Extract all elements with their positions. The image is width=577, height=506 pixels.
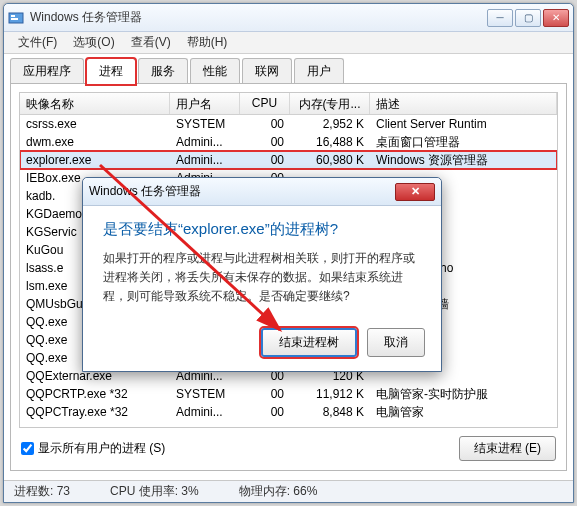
cancel-button[interactable]: 取消 [367,328,425,357]
status-memory-usage: 物理内存: 66% [239,483,318,500]
col-memory[interactable]: 内存(专用... [290,93,370,114]
menu-help[interactable]: 帮助(H) [179,32,236,53]
cell-desc [370,375,557,377]
cell-cpu: 00 [240,134,290,150]
maximize-button[interactable]: ▢ [515,9,541,27]
table-row[interactable]: explorer.exeAdmini...0060,980 KWindows 资… [20,151,557,169]
minimize-button[interactable]: ─ [487,9,513,27]
cell-name: csrss.exe [20,116,170,132]
confirm-dialog: Windows 任务管理器 ✕ 是否要结束“explorer.exe”的进程树?… [82,177,442,372]
col-cpu[interactable]: CPU [240,93,290,114]
cell-desc: 电脑管家-实时防护服 [370,385,557,404]
titlebar[interactable]: Windows 任务管理器 ─ ▢ ✕ [4,4,573,32]
cell-name: QQPCTray.exe *32 [20,404,170,420]
status-process-count: 进程数: 73 [14,483,70,500]
cell-user: Admini... [170,404,240,420]
app-icon [8,10,24,26]
tab-networking[interactable]: 联网 [242,58,292,84]
statusbar: 进程数: 73 CPU 使用率: 3% 物理内存: 66% [4,480,573,502]
col-user[interactable]: 用户名 [170,93,240,114]
cell-cpu: 00 [240,386,290,402]
window-title: Windows 任务管理器 [30,9,487,26]
tab-applications[interactable]: 应用程序 [10,58,84,84]
cell-mem: 16,488 K [290,134,370,150]
cell-user: SYSTEM [170,386,240,402]
cell-cpu: 00 [240,404,290,420]
cell-user: SYSTEM [170,116,240,132]
dialog-titlebar[interactable]: Windows 任务管理器 ✕ [83,178,441,206]
col-image-name[interactable]: 映像名称 [20,93,170,114]
end-process-tree-button[interactable]: 结束进程树 [261,328,357,357]
show-all-users-checkbox[interactable] [21,442,34,455]
dialog-title: Windows 任务管理器 [89,183,395,200]
svg-rect-1 [11,15,15,17]
dialog-heading: 是否要结束“explorer.exe”的进程树? [103,220,421,239]
menubar: 文件(F) 选项(O) 查看(V) 帮助(H) [4,32,573,54]
dialog-close-button[interactable]: ✕ [395,183,435,201]
cell-desc: Client Server Runtim [370,116,557,132]
cell-mem: 8,848 K [290,404,370,420]
status-cpu-usage: CPU 使用率: 3% [110,483,199,500]
cell-desc: Windows 资源管理器 [370,151,557,170]
table-row[interactable]: QQPCRTP.exe *32SYSTEM0011,912 K电脑管家-实时防护… [20,385,557,403]
tabstrip: 应用程序 进程 服务 性能 联网 用户 [10,58,567,84]
cell-name: explorer.exe [20,152,170,168]
cell-cpu: 00 [240,116,290,132]
table-header: 映像名称 用户名 CPU 内存(专用... 描述 [20,93,557,115]
cell-mem: 11,912 K [290,386,370,402]
cell-mem: 60,980 K [290,152,370,168]
cell-user: Admini... [170,152,240,168]
menu-options[interactable]: 选项(O) [65,32,122,53]
tab-performance[interactable]: 性能 [190,58,240,84]
svg-rect-2 [11,18,18,20]
close-button[interactable]: ✕ [543,9,569,27]
table-row[interactable]: dwm.exeAdmini...0016,488 K桌面窗口管理器 [20,133,557,151]
table-row[interactable]: QQPCTray.exe *32Admini...008,848 K电脑管家 [20,403,557,421]
bottom-controls: 显示所有用户的进程 (S) 结束进程 (E) [21,434,556,462]
cell-cpu: 00 [240,152,290,168]
cell-name: QQPCRTP.exe *32 [20,386,170,402]
cell-desc: 桌面窗口管理器 [370,133,557,152]
cell-name: dwm.exe [20,134,170,150]
tab-processes[interactable]: 进程 [86,58,136,85]
col-description[interactable]: 描述 [370,93,557,114]
cell-mem: 2,952 K [290,116,370,132]
menu-view[interactable]: 查看(V) [123,32,179,53]
end-process-button[interactable]: 结束进程 (E) [459,436,556,461]
show-all-users-label: 显示所有用户的进程 (S) [38,440,165,457]
tab-users[interactable]: 用户 [294,58,344,84]
cell-user: Admini... [170,134,240,150]
dialog-body-text: 如果打开的程序或进程与此进程树相关联，则打开的程序或进程将关闭，将丢失所有未保存… [103,249,421,307]
cell-desc: 电脑管家 [370,403,557,422]
menu-file[interactable]: 文件(F) [10,32,65,53]
table-row[interactable]: csrss.exeSYSTEM002,952 KClient Server Ru… [20,115,557,133]
tab-services[interactable]: 服务 [138,58,188,84]
